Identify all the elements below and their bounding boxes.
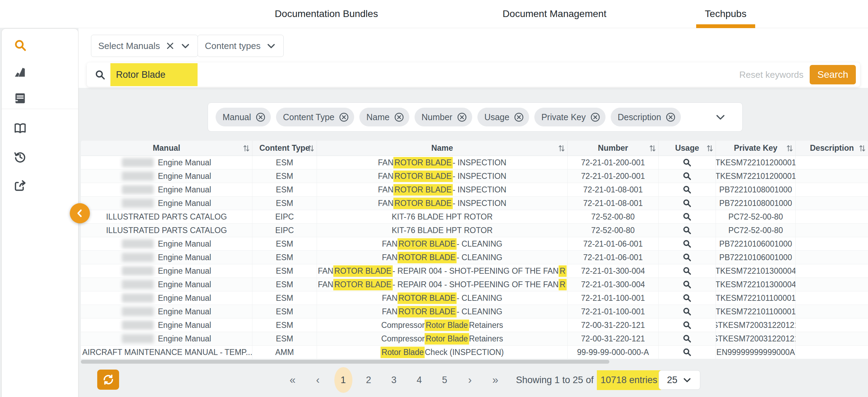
usage-lookup-button[interactable] [682, 320, 692, 330]
chevron-down-icon [180, 41, 191, 51]
chip-remove-icon[interactable] [590, 112, 601, 123]
first-page-button[interactable]: « [280, 367, 305, 393]
export-icon [14, 179, 27, 192]
usage-lookup-button[interactable] [682, 225, 692, 235]
clear-icon[interactable] [166, 41, 175, 50]
usage-lookup-button[interactable] [682, 307, 692, 316]
previous-page-button[interactable]: ‹ [305, 367, 331, 393]
table-row[interactable]: Engine ManualESMFAN ROTOR BLADE - CLEANI… [81, 305, 868, 319]
cell-number: 72-21-01-300-004 [568, 264, 659, 278]
table-row[interactable]: Engine ManualESMCompressor Rotor Blade R… [81, 319, 868, 332]
usage-search-icon [682, 280, 692, 289]
page-button-1[interactable]: 1 [331, 367, 356, 393]
reset-keywords-link[interactable]: Reset keywords [739, 69, 803, 80]
select-manuals-dropdown[interactable]: Select Manuals [91, 35, 198, 57]
table-row[interactable]: Engine ManualESMFAN ROTOR BLADE - CLEANI… [81, 251, 868, 264]
column-header-name[interactable]: Name [317, 141, 568, 156]
table-row[interactable]: AIRCRAFT MAINTENANCE MANUAL - TEMP...AMM… [81, 346, 868, 359]
usage-lookup-button[interactable] [682, 266, 692, 276]
sort-icon[interactable] [307, 144, 315, 152]
keyword-highlight: ROTOR BLADE [398, 292, 457, 304]
column-header-usage[interactable]: Usage [659, 141, 716, 156]
tab-documentation-bundles[interactable]: Documentation Bundles [275, 0, 378, 28]
cell-number: 72-21-01-08-001 [568, 183, 659, 196]
open-book-icon [14, 122, 27, 135]
sidebar-collapse-button[interactable] [70, 203, 90, 223]
chip-remove-icon[interactable] [255, 112, 266, 123]
search-input[interactable]: Rotor Blade [110, 63, 198, 86]
table-row[interactable]: Engine ManualESMFAN ROTOR BLADE - REPAIR… [81, 278, 868, 291]
search-button[interactable]: Search [810, 65, 856, 84]
page-button-3[interactable]: 3 [381, 367, 407, 393]
keyword-highlight: Rotor Blade [381, 347, 425, 358]
tab-techpubs[interactable]: Techpubs [705, 0, 746, 28]
sidebar-item-library[interactable] [13, 121, 27, 135]
table-row[interactable]: Engine ManualESMCompressor Rotor Blade R… [81, 332, 868, 346]
sidebar-item-search[interactable] [13, 38, 27, 52]
usage-lookup-button[interactable] [682, 239, 692, 249]
chip-remove-icon[interactable] [665, 112, 676, 123]
column-header-manual[interactable]: Manual [81, 141, 252, 156]
table-row[interactable]: Engine ManualESMFAN ROTOR BLADE - CLEANI… [81, 237, 868, 251]
usage-lookup-button[interactable] [682, 347, 692, 357]
usage-lookup-button[interactable] [682, 293, 692, 303]
page-button-4[interactable]: 4 [407, 367, 432, 393]
sort-icon[interactable] [706, 144, 714, 152]
table-row[interactable]: Engine ManualESMFAN ROTOR BLADE - INSPEC… [81, 156, 868, 169]
usage-lookup-button[interactable] [682, 334, 692, 344]
chip-remove-icon[interactable] [394, 112, 404, 123]
cell-content-type: ESM [252, 264, 317, 278]
page-button-2[interactable]: 2 [356, 367, 381, 393]
chip-remove-icon[interactable] [457, 112, 467, 123]
sort-icon[interactable] [786, 144, 794, 152]
table-row[interactable]: Engine ManualESMFAN ROTOR BLADE - INSPEC… [81, 183, 868, 197]
refresh-button[interactable] [97, 370, 119, 390]
cell-description [796, 156, 868, 169]
cell-number: 99-99-99-000-000-A [568, 346, 659, 359]
usage-lookup-button[interactable] [682, 185, 692, 195]
table-row[interactable]: Engine ManualESMFAN ROTOR BLADE - CLEANI… [81, 291, 868, 305]
cell-name: FAN ROTOR BLADE - CLEANING [317, 305, 568, 318]
usage-lookup-button[interactable] [682, 158, 692, 167]
page-button-5[interactable]: 5 [432, 367, 457, 393]
chips-expand-chevron[interactable] [715, 111, 726, 123]
table-row[interactable]: Engine ManualESMFAN ROTOR BLADE - INSPEC… [81, 197, 868, 210]
column-header-content-type[interactable]: Content Type [252, 141, 317, 156]
cell-manual: Engine Manual [81, 169, 252, 183]
cell-description [796, 264, 868, 278]
sidebar-item-export[interactable] [13, 179, 27, 193]
cell-number: 72-00-31-220-121 [568, 332, 659, 345]
cell-number: 72-21-01-200-001 [568, 169, 659, 183]
sidebar-item-aircraft[interactable] [13, 65, 27, 80]
sort-icon[interactable] [858, 144, 866, 152]
usage-lookup-button[interactable] [682, 253, 692, 262]
table-row[interactable]: ILLUSTRATED PARTS CATALOGEIPCKIT-76 BLAD… [81, 224, 868, 237]
horizontal-scrollbar[interactable] [81, 360, 609, 364]
last-page-button[interactable]: » [483, 367, 508, 393]
redacted-text [122, 293, 154, 303]
sidebar-item-manuals[interactable] [13, 91, 27, 106]
usage-lookup-button[interactable] [682, 280, 692, 289]
content-types-dropdown[interactable]: Content types [198, 35, 284, 57]
cell-private-key: EN99999999999000A [716, 346, 796, 359]
sort-icon[interactable] [242, 144, 250, 152]
sort-icon[interactable] [558, 144, 566, 152]
tab-document-management[interactable]: Document Management [503, 0, 607, 28]
column-header-description[interactable]: Description [796, 141, 868, 156]
table-row[interactable]: Engine ManualESMFAN ROTOR BLADE - REPAIR… [81, 264, 868, 278]
column-header-private-key[interactable]: Private Key [716, 141, 796, 156]
table-row[interactable]: ILLUSTRATED PARTS CATALOGEIPCKIT-76 BLAD… [81, 210, 868, 224]
chip-remove-icon[interactable] [514, 112, 524, 123]
table-row[interactable]: Engine ManualESMFAN ROTOR BLADE - INSPEC… [81, 169, 868, 183]
page-size-select[interactable]: 25 [659, 370, 700, 390]
column-header-number[interactable]: Number [568, 141, 659, 156]
cell-name: FAN ROTOR BLADE - CLEANING [317, 251, 568, 264]
usage-lookup-button[interactable] [682, 171, 692, 181]
next-page-button[interactable]: › [457, 367, 483, 393]
usage-lookup-button[interactable] [682, 198, 692, 208]
sort-icon[interactable] [649, 144, 657, 152]
sidebar-item-history[interactable] [13, 150, 27, 164]
chip-remove-icon[interactable] [339, 112, 349, 123]
usage-lookup-button[interactable] [682, 212, 692, 222]
pagination: «‹12345›» [280, 367, 508, 393]
